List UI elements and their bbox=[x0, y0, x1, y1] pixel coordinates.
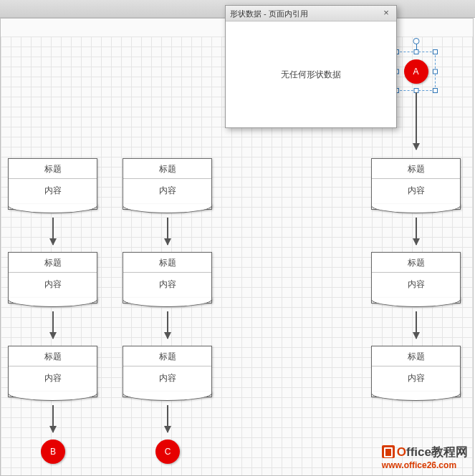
selection-box[interactable]: A bbox=[396, 52, 436, 91]
shape-title: 标题 bbox=[372, 346, 460, 366]
connector-node-a[interactable]: A bbox=[404, 59, 428, 84]
connector-arrow[interactable] bbox=[416, 311, 417, 339]
resize-handle[interactable] bbox=[433, 49, 438, 54]
shape-title: 标题 bbox=[123, 159, 211, 179]
shape-body: 内容 bbox=[123, 179, 211, 209]
watermark-url: www.office26.com bbox=[382, 460, 468, 470]
connector-node-c[interactable]: C bbox=[155, 439, 180, 464]
shape-body: 内容 bbox=[9, 179, 97, 209]
connector-arrow[interactable] bbox=[167, 218, 168, 245]
shape-body: 内容 bbox=[123, 273, 211, 303]
shape-title: 标题 bbox=[9, 346, 97, 366]
shape-body: 内容 bbox=[372, 366, 460, 397]
dialog-titlebar[interactable]: 形状数据 - 页面内引用 × bbox=[226, 6, 396, 21]
connector-arrow[interactable] bbox=[167, 405, 168, 432]
shape-title: 标题 bbox=[9, 253, 97, 273]
watermark: Office教程网 www.office26.com bbox=[382, 444, 468, 470]
process-shape[interactable]: 标题 内容 bbox=[371, 158, 461, 210]
shape-title: 标题 bbox=[372, 253, 460, 273]
shape-body: 内容 bbox=[123, 366, 211, 397]
dialog-title: 形状数据 - 页面内引用 bbox=[230, 6, 308, 21]
resize-handle[interactable] bbox=[433, 69, 438, 74]
connector-arrow[interactable] bbox=[52, 311, 54, 339]
process-shape[interactable]: 标题 内容 bbox=[123, 252, 212, 303]
close-icon[interactable]: × bbox=[380, 8, 392, 19]
watermark-line1: Office教程网 bbox=[382, 444, 468, 460]
dialog-body: 无任何形状数据 bbox=[226, 21, 396, 127]
shape-title: 标题 bbox=[123, 253, 211, 273]
connector-arrow[interactable] bbox=[52, 218, 54, 245]
connector-arrow[interactable] bbox=[52, 405, 54, 432]
connector-node-b[interactable]: B bbox=[41, 439, 65, 464]
shape-title: 标题 bbox=[123, 346, 211, 366]
shape-body: 内容 bbox=[372, 179, 460, 209]
connector-arrow[interactable] bbox=[167, 311, 168, 339]
resize-handle[interactable] bbox=[433, 88, 438, 93]
process-shape[interactable]: 标题 内容 bbox=[123, 346, 212, 397]
process-shape[interactable]: 标题 内容 bbox=[8, 158, 97, 210]
process-shape[interactable]: 标题 内容 bbox=[8, 346, 97, 397]
shape-body: 内容 bbox=[9, 273, 97, 303]
shape-data-dialog[interactable]: 形状数据 - 页面内引用 × 无任何形状数据 bbox=[225, 5, 397, 128]
office-icon bbox=[382, 445, 395, 458]
shape-title: 标题 bbox=[372, 159, 460, 179]
shape-body: 内容 bbox=[9, 366, 97, 397]
rotation-handle[interactable] bbox=[413, 38, 419, 44]
process-shape[interactable]: 标题 内容 bbox=[8, 252, 97, 303]
process-shape[interactable]: 标题 内容 bbox=[371, 252, 461, 303]
shape-title: 标题 bbox=[9, 159, 97, 179]
connector-arrow[interactable] bbox=[416, 218, 417, 245]
process-shape[interactable]: 标题 内容 bbox=[371, 346, 461, 397]
dialog-message: 无任何形状数据 bbox=[281, 69, 341, 81]
shape-body: 内容 bbox=[372, 273, 460, 303]
process-shape[interactable]: 标题 内容 bbox=[123, 158, 212, 210]
resize-handle[interactable] bbox=[413, 49, 418, 54]
connector-arrow[interactable] bbox=[416, 92, 417, 150]
